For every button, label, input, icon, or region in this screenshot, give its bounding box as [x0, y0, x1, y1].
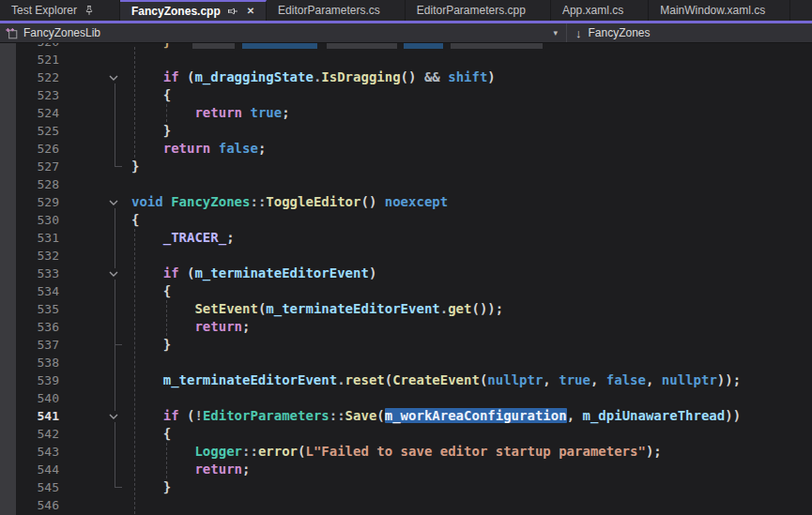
code-token: ( [179, 265, 195, 280]
code-text: if (m_terminateEditorEvent) [131, 265, 376, 282]
code-token: IsDragging [321, 69, 400, 84]
fold-chevron-icon[interactable] [104, 268, 123, 280]
code-token: )); [717, 372, 741, 387]
code-token [131, 372, 163, 387]
line-number: 538 [0, 354, 59, 371]
code-line-529[interactable]: 529void FancyZones::ToggleEditor() noexc… [0, 193, 812, 211]
code-line-544[interactable]: 544 return; [0, 461, 812, 478]
line-number: 524 [0, 104, 59, 122]
code-line-534[interactable]: 534 { [0, 282, 812, 300]
code-token [210, 141, 218, 156]
code-line-546[interactable]: 546 [0, 496, 812, 514]
code-line-536[interactable]: 536 return; [0, 318, 812, 336]
code-line-542[interactable]: 542 { [0, 425, 812, 443]
line-number: 525 [0, 122, 59, 140]
chevron-down-icon[interactable]: ▾ [553, 28, 558, 38]
pin-icon[interactable] [227, 6, 238, 17]
tab-app-xaml-cs[interactable]: App.xaml.cs [551, 0, 649, 21]
close-icon[interactable]: ✕ [245, 6, 256, 17]
tab-editorparameters-cpp[interactable]: EditorParameters.cpp [406, 0, 551, 21]
code-line-522[interactable]: 522 if (m_draggingState.IsDragging() && … [0, 68, 812, 86]
tab-mainwindow-xaml-cs[interactable]: MainWindow.xaml.cs [649, 0, 790, 21]
code-token [440, 69, 448, 84]
code-token: m_terminateEditorEvent [266, 301, 439, 316]
tab-test-explorer[interactable]: Test Explorer [0, 0, 120, 21]
code-token: { [131, 426, 171, 441]
code-token: error [258, 444, 298, 459]
tab-label: MainWindow.xaml.cs [660, 4, 765, 17]
code-line-539[interactable]: 539 m_terminateEditorEvent.reset(CreateE… [0, 371, 812, 389]
pin-icon[interactable] [84, 5, 95, 16]
code-line-521[interactable]: 521 [0, 51, 812, 68]
code-token: , [590, 372, 606, 387]
code-editor[interactable]: 520 }521522 if (m_draggingState.IsDraggi… [0, 43, 812, 515]
code-token: if [163, 69, 179, 84]
code-token: } [131, 479, 171, 494]
code-token: CreateEvent [392, 372, 480, 387]
fold-chevron-icon[interactable] [104, 72, 123, 83]
line-number: 530 [0, 211, 59, 229]
project-dropdown[interactable]: FancyZonesLib ▾ [0, 23, 567, 42]
code-token: noexcept [385, 194, 448, 209]
code-token: , [543, 372, 559, 387]
code-token: && [424, 69, 440, 84]
code-token [131, 105, 194, 120]
code-token: ; [258, 141, 266, 156]
code-token: :: [250, 194, 266, 209]
tab-fancyzones-cpp[interactable]: FancyZones.cpp✕ [120, 0, 267, 21]
code-token: ( [179, 408, 195, 423]
tab-label: EditorParameters.cpp [417, 4, 526, 17]
code-token: Save [345, 408, 377, 423]
code-line-540[interactable]: 540 [0, 389, 812, 407]
line-number: 526 [0, 140, 59, 158]
code-line-532[interactable]: 532 [0, 247, 812, 265]
code-token: ) [369, 265, 376, 280]
code-text: if (m_draggingState.IsDragging() && shif… [131, 68, 496, 86]
code-text: _TRACER_; [131, 229, 235, 247]
code-token: Logger [194, 444, 242, 459]
code-line-525[interactable]: 525 } [0, 122, 812, 140]
code-line-543[interactable]: 543 Logger::error(L"Failed to save edito… [0, 443, 812, 461]
code-token: ); [646, 444, 662, 459]
code-text: return false; [131, 140, 266, 158]
code-line-530[interactable]: 530{ [0, 211, 812, 229]
selected-token: m_workAreaConfiguration [385, 408, 567, 423]
code-token: ()); [471, 301, 503, 316]
code-text: SetEvent(m_terminateEditorEvent.get()); [131, 300, 503, 318]
code-token: , [646, 372, 662, 387]
code-line-526[interactable]: 526 return false; [0, 140, 812, 158]
code-lines: 520 }521522 if (m_draggingState.IsDraggi… [0, 43, 812, 514]
tab-label: EditorParameters.cs [278, 4, 380, 17]
code-token: _TRACER_ [163, 230, 226, 245]
clipped-text-remnant [242, 43, 317, 49]
code-token: ( [385, 372, 392, 387]
code-line-533[interactable]: 533 if (m_terminateEditorEvent) [0, 265, 812, 282]
code-token [131, 462, 194, 477]
code-line-520[interactable]: 520 } [0, 43, 812, 51]
fold-chevron-icon[interactable] [104, 197, 123, 208]
code-token: } [163, 43, 171, 49]
code-token: ! [194, 408, 202, 423]
code-line-528[interactable]: 528 [0, 175, 812, 193]
member-dropdown[interactable]: ↓ FancyZones [567, 23, 812, 42]
fold-chevron-icon[interactable] [104, 411, 123, 422]
line-number: 522 [0, 68, 59, 86]
code-line-523[interactable]: 523 { [0, 86, 812, 104]
code-token: , [567, 408, 583, 423]
document-tab-bar: Test ExplorerFancyZones.cpp✕EditorParame… [0, 0, 812, 23]
code-line-524[interactable]: 524 return true; [0, 104, 812, 122]
tab-editorparameters-cs[interactable]: EditorParameters.cs [267, 0, 406, 21]
code-line-531[interactable]: 531 _TRACER_; [0, 229, 812, 247]
code-line-535[interactable]: 535 SetEvent(m_terminateEditorEvent.get(… [0, 300, 812, 318]
code-text: return; [131, 461, 250, 478]
code-text: void FancyZones::ToggleEditor() noexcept [131, 193, 448, 211]
line-number: 520 [0, 43, 59, 51]
code-token: { [131, 283, 171, 298]
tab-label: FancyZones.cpp [131, 5, 221, 18]
line-number: 534 [0, 282, 59, 300]
tab-label: App.xaml.cs [562, 4, 623, 17]
code-text: return; [131, 318, 250, 336]
code-token: } [131, 123, 171, 138]
code-line-541[interactable]: 541 if (!EditorParameters::Save(m_workAr… [0, 407, 812, 425]
code-line-538[interactable]: 538 [0, 354, 812, 371]
